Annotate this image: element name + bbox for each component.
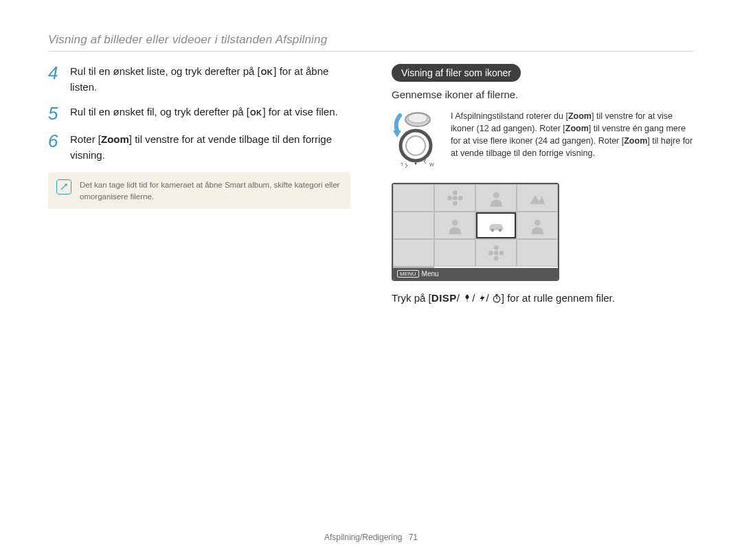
svg-point-4	[406, 136, 425, 155]
thumbnail-cell	[393, 239, 434, 267]
zoom-label: Zoom	[565, 124, 589, 133]
info-icon	[56, 179, 71, 194]
thumbnail-cell-selected	[475, 212, 517, 239]
footer-section: Afspilning/Redigering	[324, 533, 402, 542]
svg-point-18	[494, 251, 499, 256]
svg-point-19	[494, 245, 499, 250]
mountain-icon	[524, 189, 552, 208]
text-fragment: /	[457, 292, 460, 304]
text-fragment: Tryk på [	[392, 292, 431, 304]
note-text: Det kan tage lidt tid for kameraet at åb…	[80, 179, 342, 202]
svg-point-7	[415, 163, 417, 165]
section-pill: Visning af filer som ikoner	[392, 64, 521, 82]
step-number: 6	[48, 132, 60, 163]
thumbnail-grid	[393, 184, 558, 268]
left-column: 4 Rul til en ønsket liste, og tryk deref…	[48, 64, 350, 304]
thumbnail-cell	[434, 239, 475, 267]
manual-page: Visning af billeder eller videoer i tils…	[0, 0, 742, 560]
menu-label: Menu	[422, 270, 439, 278]
title-rule	[48, 51, 694, 52]
ok-button-label: OK	[249, 107, 263, 119]
svg-point-13	[493, 192, 499, 198]
step-text: Rul til en ønsket liste, og tryk derefte…	[70, 64, 350, 95]
scroll-caption: Tryk på [DISP/ / / ] for at rulle gennem…	[392, 292, 694, 304]
svg-text:T: T	[401, 162, 404, 167]
thumbnail-cell	[393, 184, 434, 212]
step-4: 4 Rul til en ønsket liste, og tryk deref…	[48, 64, 350, 95]
section-subtext: Gennemse ikoner af filerne.	[392, 89, 694, 100]
text-fragment: ] for at rulle gennem filer.	[502, 292, 615, 304]
thumbnail-cell	[475, 239, 517, 267]
menu-icon: MENU	[397, 270, 419, 278]
svg-point-15	[491, 228, 493, 231]
note-box: Det kan tage lidt tid for kameraet at åb…	[48, 172, 350, 209]
flower-icon	[482, 244, 510, 262]
person-icon	[441, 216, 469, 235]
svg-point-9	[453, 190, 458, 195]
lcd-menu-bar: MENU Menu	[393, 268, 558, 280]
svg-point-20	[494, 256, 499, 260]
svg-point-2	[408, 113, 427, 123]
lcd-thumbnail-mock: MENU Menu	[392, 183, 559, 281]
svg-point-23	[493, 296, 499, 302]
thumbnail-cell	[393, 212, 434, 239]
page-number: 71	[409, 533, 418, 542]
text-fragment: Rul til en ønsket liste, og tryk derefte…	[70, 65, 260, 77]
svg-point-16	[498, 228, 501, 231]
svg-point-11	[447, 196, 452, 201]
ok-button-label: OK	[260, 67, 274, 78]
content-columns: 4 Rul til en ønsket liste, og tryk deref…	[48, 64, 694, 304]
step-text: Rul til en ønsket fil, og tryk derefter …	[70, 104, 338, 122]
text-fragment: I Afspilningstilstand roterer du [	[451, 111, 568, 121]
disp-label: DISP	[431, 292, 457, 304]
thumbnail-cell	[434, 184, 475, 212]
thumbnail-cell	[393, 267, 434, 268]
flower-icon	[441, 189, 469, 208]
step-6: 6 Roter [Zoom] til venstre for at vende …	[48, 132, 350, 163]
person-icon	[524, 216, 552, 235]
step-5: 5 Rul til en ønsket fil, og tryk derefte…	[48, 104, 350, 122]
svg-point-10	[453, 201, 458, 205]
zoom-label: Zoom	[101, 133, 129, 145]
car-icon	[482, 216, 510, 235]
svg-point-22	[499, 251, 504, 256]
svg-point-17	[535, 219, 541, 225]
svg-point-12	[458, 196, 462, 201]
svg-point-8	[453, 196, 458, 201]
macro-icon	[462, 293, 472, 303]
svg-point-21	[488, 251, 493, 256]
page-footer: Afspilning/Redigering 71	[0, 533, 742, 542]
page-title: Visning af billeder eller videoer i tils…	[48, 33, 694, 47]
svg-marker-0	[393, 131, 401, 137]
thumbnail-cell	[475, 184, 517, 212]
text-fragment: /	[472, 292, 475, 304]
right-column: Visning af filer som ikoner Gennemse iko…	[392, 64, 694, 304]
zoom-label: Zoom	[624, 136, 647, 146]
person-icon	[482, 189, 510, 208]
zoom-dial-illustration: T W	[392, 110, 440, 169]
step-text: Roter [Zoom] til venstre for at vende ti…	[70, 132, 350, 163]
step-number: 4	[48, 64, 60, 95]
svg-text:W: W	[429, 162, 434, 167]
thumbnail-cell	[517, 212, 558, 239]
zoom-instruction-text: I Afspilningstilstand roterer du [Zoom] …	[451, 110, 694, 169]
text-fragment: Roter [	[70, 133, 101, 145]
text-fragment: /	[486, 292, 489, 304]
thumbnail-cell	[517, 239, 558, 267]
zoom-label: Zoom	[568, 111, 592, 121]
step-number: 5	[48, 104, 60, 122]
thumbnail-cell	[434, 212, 475, 239]
text-fragment: ] for at vise filen.	[262, 106, 337, 117]
thumbnail-cell	[517, 184, 558, 212]
flash-icon	[478, 293, 486, 303]
text-fragment: Rul til en ønsket fil, og tryk derefter …	[70, 106, 249, 117]
zoom-dial-icon: T W	[393, 110, 438, 169]
svg-point-14	[452, 219, 458, 225]
zoom-instruction-block: T W I Afspilningstilstand roterer du [Zo…	[392, 110, 694, 169]
timer-icon	[492, 293, 502, 303]
